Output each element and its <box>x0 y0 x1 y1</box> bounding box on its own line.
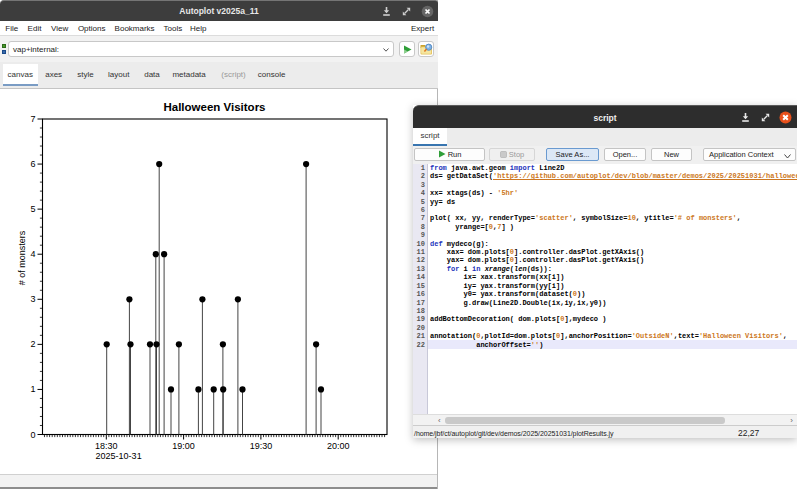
svg-text:18:30: 18:30 <box>95 441 118 451</box>
svg-text:5: 5 <box>30 204 35 214</box>
svg-text:1: 1 <box>30 384 35 394</box>
svg-text:# of monsters: # of monsters <box>17 230 27 285</box>
svg-text:19:30: 19:30 <box>250 441 273 451</box>
svg-text:19:00: 19:00 <box>172 441 195 451</box>
svg-text:3: 3 <box>30 294 35 304</box>
svg-text:4: 4 <box>30 249 35 259</box>
svg-text:0: 0 <box>30 430 35 440</box>
svg-text:7: 7 <box>30 114 35 124</box>
svg-text:2: 2 <box>30 339 35 349</box>
svg-text:6: 6 <box>30 159 35 169</box>
svg-text:Halloween Visitors: Halloween Visitors <box>163 101 265 113</box>
svg-text:2025-10-31: 2025-10-31 <box>96 451 142 461</box>
svg-text:20:00: 20:00 <box>327 441 350 451</box>
